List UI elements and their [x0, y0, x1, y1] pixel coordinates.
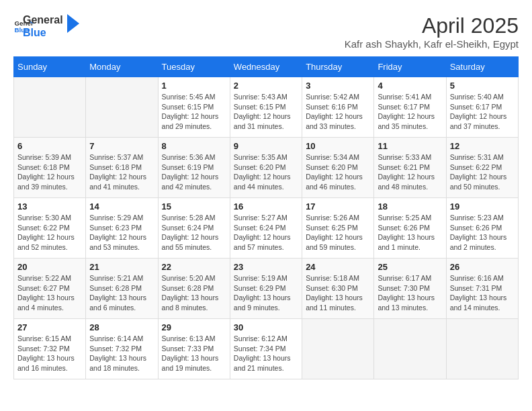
- day-info: Sunrise: 5:35 AM Sunset: 6:20 PM Dayligh…: [234, 152, 298, 192]
- logo: General Blue General Blue: [13, 13, 79, 39]
- calendar-cell: 27Sunrise: 6:15 AM Sunset: 7:32 PM Dayli…: [14, 319, 86, 379]
- logo-general: General: [23, 13, 63, 26]
- day-number: 18: [378, 201, 442, 212]
- calendar-cell: [302, 319, 374, 379]
- day-info: Sunrise: 5:45 AM Sunset: 6:15 PM Dayligh…: [162, 92, 226, 132]
- day-info: Sunrise: 5:31 AM Sunset: 6:22 PM Dayligh…: [450, 152, 515, 192]
- day-info: Sunrise: 5:22 AM Sunset: 6:27 PM Dayligh…: [17, 273, 82, 313]
- calendar-cell: 17Sunrise: 5:26 AM Sunset: 6:25 PM Dayli…: [302, 198, 374, 259]
- day-number: 17: [306, 201, 370, 212]
- calendar-cell: 21Sunrise: 5:21 AM Sunset: 6:28 PM Dayli…: [86, 259, 158, 319]
- day-info: Sunrise: 6:12 AM Sunset: 7:34 PM Dayligh…: [234, 334, 298, 373]
- day-number: 28: [89, 322, 154, 332]
- calendar-cell: 10Sunrise: 5:34 AM Sunset: 6:20 PM Dayli…: [302, 138, 374, 198]
- day-number: 24: [306, 262, 370, 272]
- day-number: 9: [234, 141, 298, 151]
- day-number: 16: [234, 201, 298, 212]
- day-info: Sunrise: 6:16 AM Sunset: 7:31 PM Dayligh…: [450, 273, 515, 313]
- calendar-cell: 2Sunrise: 5:43 AM Sunset: 6:15 PM Daylig…: [230, 77, 302, 138]
- calendar-cell: [14, 77, 86, 138]
- day-info: Sunrise: 5:19 AM Sunset: 6:29 PM Dayligh…: [234, 273, 298, 313]
- day-number: 14: [89, 201, 154, 212]
- calendar-cell: 16Sunrise: 5:27 AM Sunset: 6:24 PM Dayli…: [230, 198, 302, 259]
- calendar-cell: 22Sunrise: 5:20 AM Sunset: 6:28 PM Dayli…: [158, 259, 230, 319]
- day-number: 7: [89, 141, 154, 151]
- day-info: Sunrise: 5:20 AM Sunset: 6:28 PM Dayligh…: [162, 273, 226, 313]
- day-number: 25: [378, 262, 442, 272]
- day-number: 19: [450, 201, 515, 212]
- day-number: 26: [450, 262, 515, 272]
- weekday-header-thursday: Thursday: [302, 57, 374, 77]
- calendar-cell: 23Sunrise: 5:19 AM Sunset: 6:29 PM Dayli…: [230, 259, 302, 319]
- calendar-cell: 14Sunrise: 5:29 AM Sunset: 6:23 PM Dayli…: [86, 198, 158, 259]
- logo-blue: Blue: [23, 26, 63, 39]
- calendar-cell: 6Sunrise: 5:39 AM Sunset: 6:18 PM Daylig…: [14, 138, 86, 198]
- day-number: 10: [306, 141, 370, 151]
- day-number: 6: [17, 141, 82, 151]
- day-number: 21: [89, 262, 154, 272]
- weekday-header-tuesday: Tuesday: [158, 57, 230, 77]
- day-number: 13: [17, 201, 82, 212]
- day-number: 4: [378, 81, 442, 91]
- calendar-week-row: 6Sunrise: 5:39 AM Sunset: 6:18 PM Daylig…: [14, 138, 519, 198]
- calendar-cell: 18Sunrise: 5:25 AM Sunset: 6:26 PM Dayli…: [374, 198, 446, 259]
- page-header: General Blue General Blue April 2025 Kaf…: [13, 13, 519, 50]
- calendar-cell: 19Sunrise: 5:23 AM Sunset: 6:26 PM Dayli…: [446, 198, 518, 259]
- day-info: Sunrise: 5:29 AM Sunset: 6:23 PM Dayligh…: [89, 213, 154, 253]
- day-number: 1: [162, 81, 226, 91]
- calendar-cell: 4Sunrise: 5:41 AM Sunset: 6:17 PM Daylig…: [374, 77, 446, 138]
- day-info: Sunrise: 5:28 AM Sunset: 6:24 PM Dayligh…: [162, 213, 226, 253]
- day-info: Sunrise: 5:39 AM Sunset: 6:18 PM Dayligh…: [17, 152, 82, 192]
- weekday-header-monday: Monday: [86, 57, 158, 77]
- calendar-cell: 29Sunrise: 6:13 AM Sunset: 7:33 PM Dayli…: [158, 319, 230, 379]
- calendar-cell: 20Sunrise: 5:22 AM Sunset: 6:27 PM Dayli…: [14, 259, 86, 319]
- day-number: 2: [234, 81, 298, 91]
- day-info: Sunrise: 5:33 AM Sunset: 6:21 PM Dayligh…: [378, 152, 442, 192]
- day-number: 8: [162, 141, 226, 151]
- day-info: Sunrise: 5:25 AM Sunset: 6:26 PM Dayligh…: [378, 213, 442, 253]
- day-info: Sunrise: 5:23 AM Sunset: 6:26 PM Dayligh…: [450, 213, 515, 253]
- calendar-week-row: 13Sunrise: 5:30 AM Sunset: 6:22 PM Dayli…: [14, 198, 519, 259]
- weekday-header-row: SundayMondayTuesdayWednesdayThursdayFrid…: [14, 57, 519, 77]
- calendar-cell: 13Sunrise: 5:30 AM Sunset: 6:22 PM Dayli…: [14, 198, 86, 259]
- calendar-title: April 2025: [345, 13, 519, 38]
- day-number: 3: [306, 81, 370, 91]
- calendar-week-row: 20Sunrise: 5:22 AM Sunset: 6:27 PM Dayli…: [14, 259, 519, 319]
- day-number: 23: [234, 262, 298, 272]
- day-number: 11: [378, 141, 442, 151]
- day-info: Sunrise: 5:27 AM Sunset: 6:24 PM Dayligh…: [234, 213, 298, 253]
- day-info: Sunrise: 5:18 AM Sunset: 6:30 PM Dayligh…: [306, 273, 370, 313]
- calendar-cell: 25Sunrise: 6:17 AM Sunset: 7:30 PM Dayli…: [374, 259, 446, 319]
- day-info: Sunrise: 6:15 AM Sunset: 7:32 PM Dayligh…: [17, 334, 82, 373]
- weekday-header-sunday: Sunday: [14, 57, 86, 77]
- day-info: Sunrise: 5:26 AM Sunset: 6:25 PM Dayligh…: [306, 213, 370, 253]
- calendar-cell: 1Sunrise: 5:45 AM Sunset: 6:15 PM Daylig…: [158, 77, 230, 138]
- day-info: Sunrise: 5:42 AM Sunset: 6:16 PM Dayligh…: [306, 92, 370, 132]
- calendar-cell: [374, 319, 446, 379]
- calendar-cell: 28Sunrise: 6:14 AM Sunset: 7:32 PM Dayli…: [86, 319, 158, 379]
- day-number: 20: [17, 262, 82, 272]
- day-number: 22: [162, 262, 226, 272]
- day-info: Sunrise: 5:40 AM Sunset: 6:17 PM Dayligh…: [450, 92, 515, 132]
- title-block: April 2025 Kafr ash Shaykh, Kafr el-Shei…: [345, 13, 519, 50]
- day-number: 29: [162, 322, 226, 332]
- day-info: Sunrise: 5:21 AM Sunset: 6:28 PM Dayligh…: [89, 273, 154, 313]
- day-info: Sunrise: 6:14 AM Sunset: 7:32 PM Dayligh…: [89, 334, 154, 373]
- calendar-cell: 12Sunrise: 5:31 AM Sunset: 6:22 PM Dayli…: [446, 138, 518, 198]
- calendar-cell: 5Sunrise: 5:40 AM Sunset: 6:17 PM Daylig…: [446, 77, 518, 138]
- weekday-header-friday: Friday: [374, 57, 446, 77]
- day-number: 15: [162, 201, 226, 212]
- day-info: Sunrise: 5:37 AM Sunset: 6:18 PM Dayligh…: [89, 152, 154, 192]
- weekday-header-saturday: Saturday: [446, 57, 518, 77]
- day-info: Sunrise: 6:13 AM Sunset: 7:33 PM Dayligh…: [162, 334, 226, 373]
- day-info: Sunrise: 5:36 AM Sunset: 6:19 PM Dayligh…: [162, 152, 226, 192]
- calendar-cell: [86, 77, 158, 138]
- calendar-cell: 15Sunrise: 5:28 AM Sunset: 6:24 PM Dayli…: [158, 198, 230, 259]
- day-number: 30: [234, 322, 298, 332]
- day-info: Sunrise: 5:30 AM Sunset: 6:22 PM Dayligh…: [17, 213, 82, 253]
- calendar-cell: 3Sunrise: 5:42 AM Sunset: 6:16 PM Daylig…: [302, 77, 374, 138]
- day-number: 27: [17, 322, 82, 332]
- day-number: 5: [450, 81, 515, 91]
- day-info: Sunrise: 5:43 AM Sunset: 6:15 PM Dayligh…: [234, 92, 298, 132]
- day-info: Sunrise: 5:41 AM Sunset: 6:17 PM Dayligh…: [378, 92, 442, 132]
